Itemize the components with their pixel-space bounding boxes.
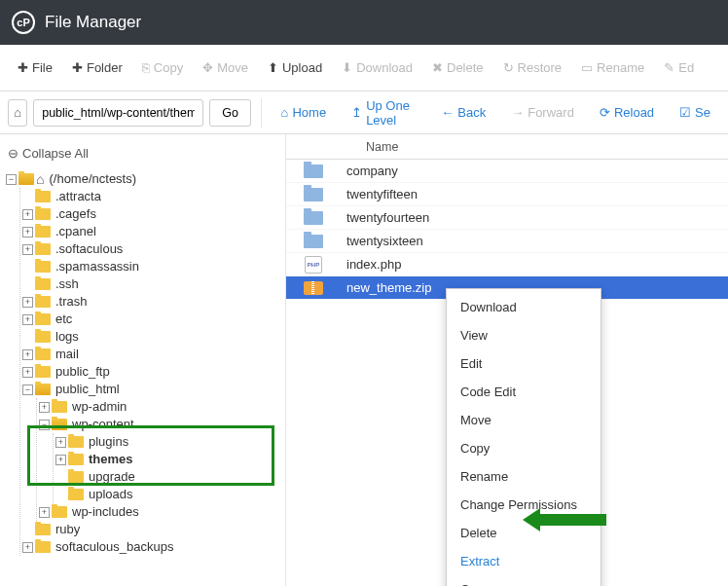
menu-rename[interactable]: Rename xyxy=(447,462,601,491)
tree-item[interactable]: +.cpanel xyxy=(22,223,279,240)
nav-reload[interactable]: ⟳Reload xyxy=(590,99,664,126)
check-icon: ☑ xyxy=(679,105,691,120)
table-row[interactable]: twentyfourteen xyxy=(286,206,728,230)
folder-icon xyxy=(35,261,51,273)
tree-item[interactable]: +plugins xyxy=(55,433,279,451)
tree-item[interactable]: +.softaculous xyxy=(22,240,279,258)
folder-icon xyxy=(35,366,51,378)
collapse-all[interactable]: ⊖Collapse All xyxy=(6,142,279,170)
folder-icon xyxy=(68,489,84,500)
expand-toggle[interactable]: + xyxy=(55,455,66,465)
table-row[interactable]: twentyfifteen xyxy=(286,183,728,206)
restore-button[interactable]: ↻Restore xyxy=(493,55,572,81)
menu-code-edit[interactable]: Code Edit xyxy=(447,378,601,406)
folder-icon xyxy=(35,226,51,238)
expand-toggle[interactable]: + xyxy=(39,507,50,518)
menu-edit[interactable]: Edit xyxy=(447,349,601,378)
folder-icon xyxy=(52,401,67,413)
menu-download[interactable]: Download xyxy=(447,293,601,321)
expand-toggle[interactable]: + xyxy=(22,349,33,360)
expand-toggle[interactable]: + xyxy=(22,314,33,325)
download-button[interactable]: ⬇Download xyxy=(332,55,422,81)
file-button[interactable]: ✚File xyxy=(8,55,62,81)
rename-button[interactable]: ▭Rename xyxy=(571,55,654,81)
menu-move[interactable]: Move xyxy=(447,406,601,434)
menu-copy[interactable]: Copy xyxy=(447,434,601,462)
upload-button[interactable]: ⬆Upload xyxy=(258,55,332,81)
app-header: cP File Manager xyxy=(0,0,728,45)
reload-icon: ⟳ xyxy=(600,105,610,120)
column-name[interactable]: Name xyxy=(360,140,728,154)
tree-root[interactable]: −⌂(/home/nctests) xyxy=(6,170,279,188)
divider xyxy=(261,98,262,128)
zip-file-icon xyxy=(304,281,323,295)
menu-compress[interactable]: Compress xyxy=(447,575,601,586)
tree-item-wp-content[interactable]: −wp-content xyxy=(39,416,279,433)
move-icon: ✥ xyxy=(202,60,213,75)
go-button[interactable]: Go xyxy=(209,99,251,127)
path-bar: ⌂ Go ⌂Home ↥Up One Level ←Back →Forward … xyxy=(0,92,728,134)
nav-back[interactable]: ←Back xyxy=(431,99,495,126)
menu-delete[interactable]: Delete xyxy=(447,519,601,547)
tree-item-public-html[interactable]: −public_html xyxy=(22,381,279,398)
back-icon: ← xyxy=(441,105,454,120)
tree-item[interactable]: logs xyxy=(22,328,279,346)
tree-item[interactable]: upgrade xyxy=(55,468,279,486)
up-icon: ↥ xyxy=(351,105,362,120)
tree-item[interactable]: +mail xyxy=(22,346,279,363)
tree-item[interactable]: uploads xyxy=(55,486,279,503)
tree-item[interactable]: +softaculous_backups xyxy=(22,538,279,556)
folder-icon xyxy=(35,524,51,535)
folder-icon xyxy=(35,313,51,325)
tree-item[interactable]: +wp-includes xyxy=(39,503,279,521)
nav-home[interactable]: ⌂Home xyxy=(272,99,337,126)
expand-toggle[interactable]: + xyxy=(55,437,66,448)
tree-item[interactable]: +etc xyxy=(22,311,279,328)
menu-view[interactable]: View xyxy=(447,321,601,349)
folder-icon xyxy=(35,191,51,202)
expand-toggle[interactable]: + xyxy=(22,297,33,308)
table-row[interactable]: PHPindex.php xyxy=(286,253,728,276)
tree-item[interactable]: ruby xyxy=(22,521,279,538)
expand-toggle[interactable]: + xyxy=(22,227,33,238)
table-row[interactable]: company xyxy=(286,160,728,183)
folder-icon xyxy=(52,419,67,430)
copy-button[interactable]: ⎘Copy xyxy=(132,55,193,81)
expand-toggle[interactable]: + xyxy=(22,367,33,378)
folder-icon xyxy=(304,211,323,225)
folder-icon xyxy=(18,173,34,185)
nav-select[interactable]: ☑Se xyxy=(670,99,720,126)
move-button[interactable]: ✥Move xyxy=(193,55,258,81)
tree-item[interactable]: +wp-admin xyxy=(39,398,279,416)
home-button[interactable]: ⌂ xyxy=(8,99,27,127)
delete-button[interactable]: ✖Delete xyxy=(422,55,493,81)
tree-item[interactable]: .ssh xyxy=(22,275,279,293)
nav-up[interactable]: ↥Up One Level xyxy=(342,92,425,133)
expand-toggle[interactable]: + xyxy=(22,542,33,553)
table-row[interactable]: twentysixteen xyxy=(286,230,728,253)
expand-toggle[interactable]: + xyxy=(22,209,33,220)
expand-toggle[interactable]: + xyxy=(22,244,33,255)
menu-extract[interactable]: Extract xyxy=(447,547,601,575)
tree-item[interactable]: .attracta xyxy=(22,188,279,205)
expand-toggle[interactable]: + xyxy=(39,402,50,413)
folder-icon xyxy=(35,208,51,220)
edit-button[interactable]: ✎Ed xyxy=(654,55,704,81)
tree-item[interactable]: +public_ftp xyxy=(22,363,279,381)
collapse-toggle[interactable]: − xyxy=(6,174,17,185)
collapse-icon: ⊖ xyxy=(8,146,18,161)
path-input[interactable] xyxy=(33,99,203,127)
home-icon: ⌂ xyxy=(14,105,21,120)
folder-icon xyxy=(304,235,323,248)
folder-icon xyxy=(68,471,84,483)
folder-button[interactable]: ✚Folder xyxy=(62,55,132,81)
tree-item[interactable]: +.cagefs xyxy=(22,205,279,223)
collapse-toggle[interactable]: − xyxy=(22,385,33,395)
menu-change-permissions[interactable]: Change Permissions xyxy=(447,491,601,519)
tree-item-themes[interactable]: +themes xyxy=(55,451,279,468)
tree-item[interactable]: +.trash xyxy=(22,293,279,311)
restore-icon: ↻ xyxy=(503,60,514,75)
nav-forward[interactable]: →Forward xyxy=(501,99,584,126)
collapse-toggle[interactable]: − xyxy=(39,420,50,430)
tree-item[interactable]: .spamassassin xyxy=(22,258,279,275)
